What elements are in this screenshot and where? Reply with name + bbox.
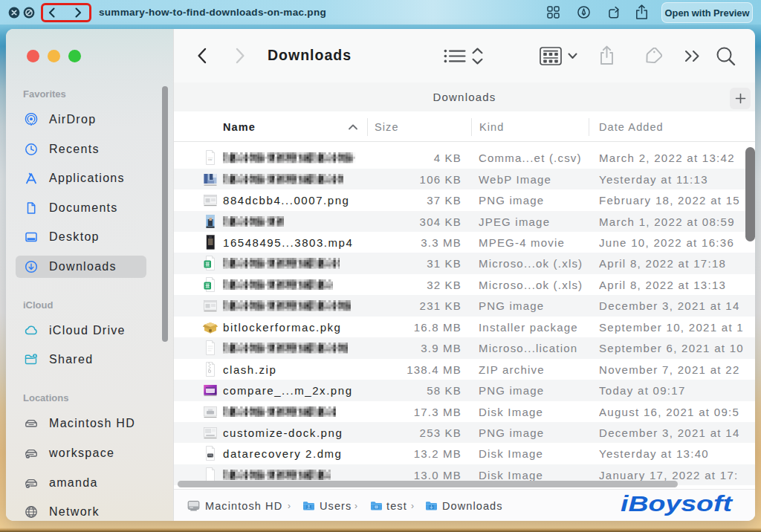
svg-text:csv: csv [208,158,213,161]
